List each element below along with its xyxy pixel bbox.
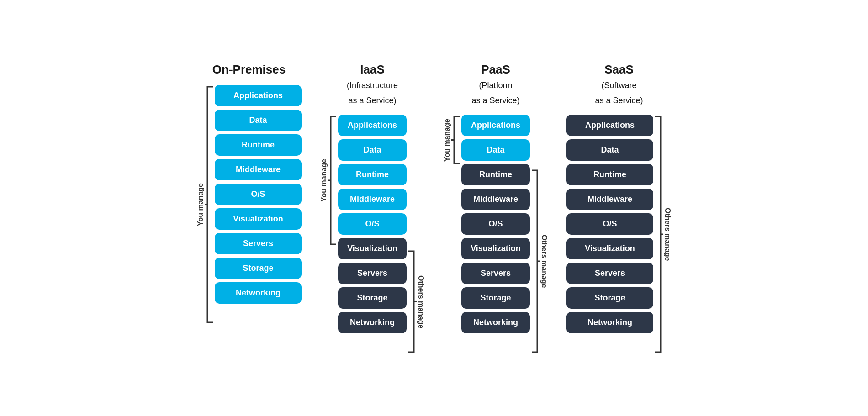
- on-premises-item-networking: Networking: [215, 282, 302, 304]
- paas-stack: ApplicationsDataRuntimeMiddlewareO/SVisu…: [461, 115, 530, 354]
- saas-item-data: Data: [566, 139, 653, 161]
- on-premises-item-visualization: Visualization: [215, 208, 302, 230]
- saas-stack: ApplicationsDataRuntimeMiddlewareO/SVisu…: [566, 115, 653, 354]
- on-premises-item-servers: Servers: [215, 233, 302, 254]
- paas-item-data: Data: [461, 139, 530, 161]
- iaas-item-visualization: Visualization: [338, 238, 407, 259]
- iaas-item-servers: Servers: [338, 263, 407, 284]
- saas-item-storage: Storage: [566, 287, 653, 309]
- iaas-left-bracket: You manage: [320, 115, 336, 354]
- saas-title: SaaS(Softwareas a Service): [595, 62, 643, 107]
- saas-others-manage-label: Others manage: [663, 208, 672, 261]
- saas-item-networking: Networking: [566, 312, 653, 333]
- saas-item-visualization: Visualization: [566, 238, 653, 259]
- column-saas: SaaS(Softwareas a Service)ApplicationsDa…: [566, 62, 672, 354]
- column-paas: PaaS(Platformas a Service)You manageAppl…: [443, 62, 548, 354]
- column-iaas: IaaS(Infrastructureas a Service)You mana…: [320, 62, 425, 354]
- on-premises-item-storage: Storage: [215, 258, 302, 279]
- on-premises-title: On-Premises: [212, 62, 286, 77]
- iaas-stack: ApplicationsDataRuntimeMiddlewareO/SVisu…: [338, 115, 407, 354]
- saas-item-middleware: Middleware: [566, 189, 653, 210]
- iaas-item-networking: Networking: [338, 312, 407, 333]
- iaas-others-manage-label: Others manage: [417, 275, 425, 328]
- iaas-item-applications: Applications: [338, 115, 407, 136]
- iaas-title: IaaS(Infrastructureas a Service): [347, 62, 398, 107]
- paas-item-servers: Servers: [461, 263, 530, 284]
- saas-right-bracket: Others manage: [655, 115, 672, 354]
- paas-item-storage: Storage: [461, 287, 530, 309]
- on-premises-item-runtime: Runtime: [215, 134, 302, 156]
- paas-item-applications: Applications: [461, 115, 530, 136]
- paas-item-middleware: Middleware: [461, 189, 530, 210]
- on-premises-stack: ApplicationsDataRuntimeMiddlewareO/SVisu…: [215, 85, 302, 324]
- on-premises-you-manage-label: You manage: [196, 183, 205, 226]
- paas-title: PaaS(Platformas a Service): [471, 62, 519, 107]
- on-premises-item-applications: Applications: [215, 85, 302, 106]
- paas-item-runtime: Runtime: [461, 164, 530, 185]
- paas-right-bracket: Others manage: [532, 115, 548, 354]
- iaas-you-manage-label: You manage: [320, 159, 328, 202]
- saas-item-applications: Applications: [566, 115, 653, 136]
- iaas-right-bracket: Others manage: [408, 115, 425, 354]
- paas-you-manage-label: You manage: [443, 119, 451, 162]
- on-premises-item-o-s: O/S: [215, 184, 302, 205]
- saas-item-servers: Servers: [566, 263, 653, 284]
- paas-others-manage-label: Others manage: [540, 235, 548, 288]
- saas-item-runtime: Runtime: [566, 164, 653, 185]
- paas-item-networking: Networking: [461, 312, 530, 333]
- on-premises-item-data: Data: [215, 110, 302, 131]
- on-premises-left-bracket: You manage: [196, 85, 213, 324]
- iaas-item-middleware: Middleware: [338, 189, 407, 210]
- iaas-item-storage: Storage: [338, 287, 407, 309]
- paas-item-o-s: O/S: [461, 213, 530, 235]
- paas-item-visualization: Visualization: [461, 238, 530, 259]
- on-premises-item-middleware: Middleware: [215, 159, 302, 180]
- paas-left-bracket: You manage: [443, 115, 460, 354]
- column-on-premises: On-PremisesYou manageApplicationsDataRun…: [196, 62, 302, 325]
- cloud-comparison-diagram: On-PremisesYou manageApplicationsDataRun…: [187, 53, 681, 363]
- iaas-item-runtime: Runtime: [338, 164, 407, 185]
- iaas-item-o-s: O/S: [338, 213, 407, 235]
- iaas-item-data: Data: [338, 139, 407, 161]
- saas-item-o-s: O/S: [566, 213, 653, 235]
